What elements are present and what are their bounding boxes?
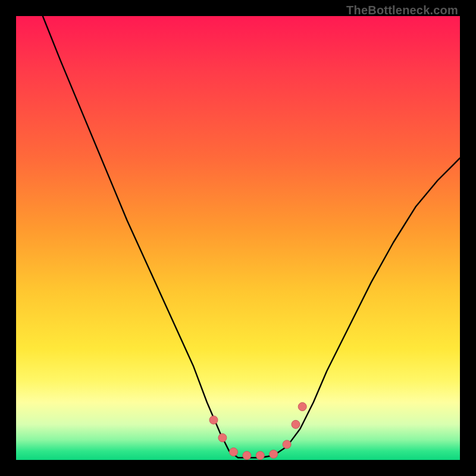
curve-marker	[292, 420, 300, 428]
bottleneck-curve-svg	[16, 16, 460, 460]
curve-marker	[256, 452, 264, 460]
curve-marker	[298, 403, 306, 411]
curve-marker	[209, 416, 218, 424]
curve-markers	[209, 403, 306, 460]
curve-marker	[283, 440, 291, 449]
curve-marker	[270, 450, 278, 458]
attribution-label: TheBottleneck.com	[346, 4, 458, 17]
curve-marker	[218, 434, 227, 442]
bottleneck-curve	[43, 16, 460, 458]
chart-frame: TheBottleneck.com	[0, 0, 476, 476]
curve-marker	[243, 452, 251, 460]
curve-marker	[230, 448, 238, 456]
